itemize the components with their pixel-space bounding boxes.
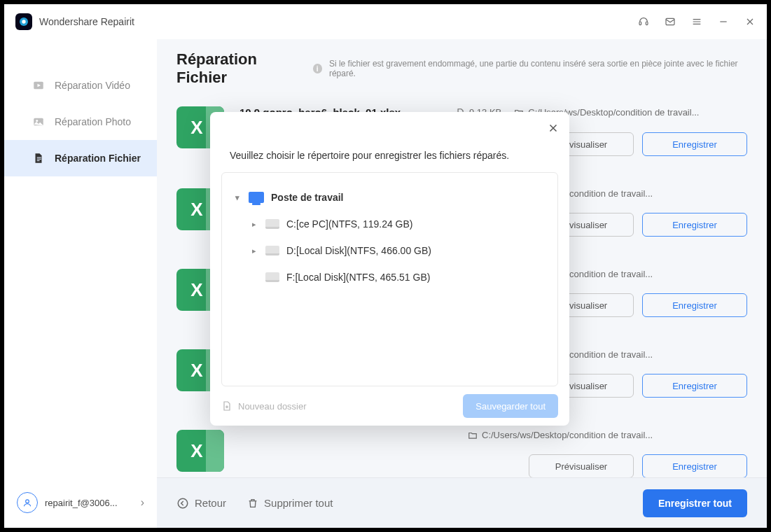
video-icon xyxy=(32,79,45,92)
preview-button[interactable]: Prévisualiser xyxy=(529,454,634,477)
folder-icon xyxy=(468,430,478,440)
svg-point-1 xyxy=(22,20,25,23)
xlsx-icon: X xyxy=(176,430,224,472)
sidebar-item-label: Réparation Vidéo xyxy=(55,80,130,91)
minimize-icon[interactable] xyxy=(718,16,729,27)
file-icon xyxy=(32,152,45,164)
disk-icon xyxy=(265,272,279,282)
photo-icon xyxy=(32,115,45,128)
file-row: X C:/Users/ws/Desktop/condition de trava… xyxy=(176,417,747,477)
back-button[interactable]: Retour xyxy=(176,497,226,510)
svg-point-8 xyxy=(36,120,38,122)
support-icon[interactable] xyxy=(638,16,649,27)
chevron-right-icon: › xyxy=(141,496,144,509)
disk-icon xyxy=(265,246,279,255)
svg-rect-3 xyxy=(646,22,648,25)
tree-drive[interactable]: F:[Local Disk](NTFS, 465.51 GB) xyxy=(228,264,552,290)
sidebar-item-file[interactable]: Réparation Fichier xyxy=(4,140,157,176)
computer-icon xyxy=(249,192,264,203)
trash-icon xyxy=(247,498,258,509)
svg-point-12 xyxy=(26,500,29,503)
svg-rect-2 xyxy=(639,22,641,25)
chevron-right-icon: ▸ xyxy=(250,220,258,229)
modal-close-button[interactable] xyxy=(547,122,560,134)
modal-title: Veuillez choisir le répertoire pour enre… xyxy=(210,112,569,172)
chevron-down-icon: ▾ xyxy=(233,193,242,202)
app-logo xyxy=(15,13,32,30)
save-button[interactable]: Enregistrer xyxy=(642,213,747,237)
sidebar-item-video[interactable]: Réparation Vidéo xyxy=(4,67,157,104)
titlebar: Wondershare Repairit xyxy=(4,4,767,39)
sidebar-item-label: Réparation Fichier xyxy=(55,153,141,164)
sidebar-item-label: Réparation Photo xyxy=(55,116,131,127)
new-folder-button[interactable]: Nouveau dossier xyxy=(221,400,307,412)
app-title: Wondershare Repairit xyxy=(39,16,134,27)
directory-tree: ▾ Poste de travail ▸ C:[ce PC](NTFS, 119… xyxy=(221,172,558,386)
tree-drive[interactable]: ▸ C:[ce PC](NTFS, 119.24 GB) xyxy=(228,211,552,237)
save-all-button[interactable]: Enregistrer tout xyxy=(643,489,747,517)
save-button[interactable]: Enregistrer xyxy=(642,374,747,398)
svg-rect-10 xyxy=(37,159,41,160)
page-title: Réparation Fichier xyxy=(176,50,306,87)
tree-root[interactable]: ▾ Poste de travail xyxy=(228,184,552,211)
save-directory-modal: Veuillez choisir le répertoire pour enre… xyxy=(210,112,569,426)
chevron-right-icon: ▸ xyxy=(250,246,258,255)
file-path: C:/Users/ws/Desktop/condition de travail… xyxy=(468,430,747,440)
user-name: repairit_f@3006... xyxy=(45,498,118,508)
save-button[interactable]: Enregistrer xyxy=(642,454,747,477)
user-account[interactable]: repairit_f@3006... › xyxy=(4,477,157,528)
svg-rect-11 xyxy=(37,160,40,161)
tree-drive[interactable]: ▸ D:[Local Disk](NTFS, 466.00 GB) xyxy=(228,237,552,264)
sidebar-item-photo[interactable]: Réparation Photo xyxy=(4,104,157,140)
new-folder-icon xyxy=(221,400,232,412)
svg-point-13 xyxy=(178,498,188,508)
delete-all-button[interactable]: Supprimer tout xyxy=(247,497,333,509)
disk-icon xyxy=(265,219,279,229)
page-subtitle: Si le fichier est gravement endommagé, u… xyxy=(329,59,747,78)
close-icon[interactable] xyxy=(744,16,756,27)
back-icon xyxy=(176,497,189,510)
svg-rect-9 xyxy=(37,158,41,158)
avatar-icon xyxy=(17,492,38,513)
save-button[interactable]: Enregistrer xyxy=(642,293,747,317)
bottom-bar: Retour Supprimer tout Enregistrer tout xyxy=(157,477,767,528)
menu-icon[interactable] xyxy=(691,16,702,27)
save-button[interactable]: Enregistrer xyxy=(642,132,747,156)
modal-save-all-button[interactable]: Sauvegarder tout xyxy=(463,394,558,418)
info-icon[interactable]: i xyxy=(313,64,322,74)
close-icon xyxy=(547,122,560,134)
sidebar: Réparation Vidéo Réparation Photo Répara… xyxy=(4,39,157,528)
mail-icon[interactable] xyxy=(665,16,676,27)
